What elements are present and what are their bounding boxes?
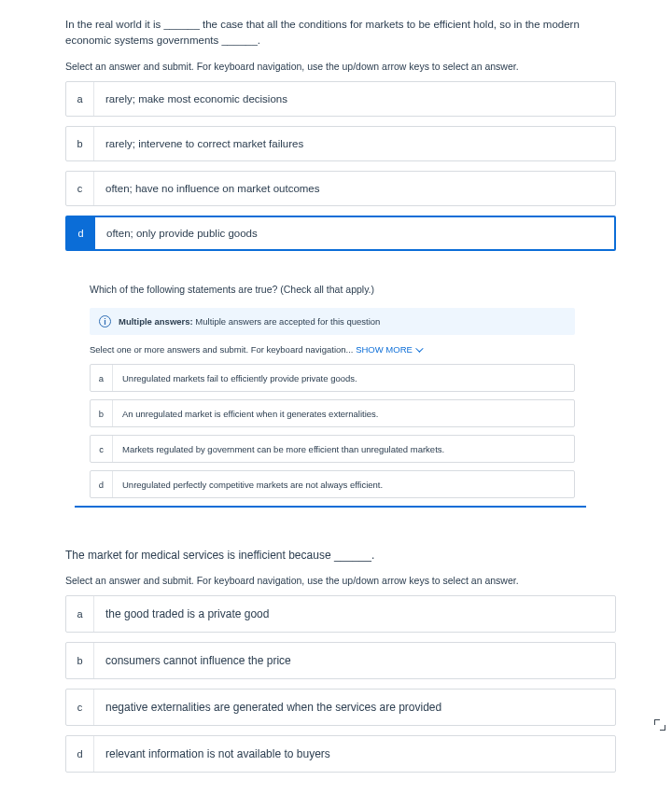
option-letter: c bbox=[66, 690, 94, 725]
option-letter: a bbox=[66, 82, 94, 116]
option-text: consumers cannot influence the price bbox=[94, 643, 615, 678]
option-letter: d bbox=[91, 471, 113, 497]
banner-strong: Multiple answers: bbox=[119, 316, 193, 327]
option-letter: b bbox=[91, 400, 113, 426]
question-2: Which of the following statements are tr… bbox=[90, 283, 575, 508]
option-a[interactable]: a the good traded is a private good bbox=[65, 595, 616, 633]
option-a[interactable]: a rarely; make most economic decisions bbox=[65, 81, 616, 117]
option-b[interactable]: b rarely; intervene to correct market fa… bbox=[65, 126, 616, 161]
chevron-down-icon bbox=[415, 344, 423, 352]
option-text: rarely; intervene to correct market fail… bbox=[94, 127, 615, 160]
option-letter: b bbox=[66, 127, 94, 160]
option-text: relevant information is not available to… bbox=[94, 736, 615, 772]
option-letter: b bbox=[66, 643, 94, 678]
section-divider bbox=[75, 506, 586, 508]
question-instructions: Select an answer and submit. For keyboar… bbox=[65, 575, 616, 586]
option-d[interactable]: d relevant information is not available … bbox=[65, 735, 616, 773]
banner-text: Multiple answers: Multiple answers are a… bbox=[119, 316, 380, 327]
question-instructions: Select one or more answers and submit. F… bbox=[90, 344, 575, 355]
option-c[interactable]: c often; have no influence on market out… bbox=[65, 171, 616, 206]
question-prompt: The market for medical services is ineff… bbox=[65, 547, 616, 564]
option-letter: a bbox=[66, 596, 94, 632]
option-text: negative externalities are generated whe… bbox=[94, 690, 615, 725]
option-b[interactable]: b consumers cannot influence the price bbox=[65, 642, 616, 679]
option-text: An unregulated market is efficient when … bbox=[113, 400, 574, 426]
show-more-label: SHOW MORE bbox=[356, 344, 413, 355]
question-prompt: In the real world it is ______ the case … bbox=[65, 17, 616, 49]
option-text: Unregulated perfectly competitive market… bbox=[113, 471, 574, 497]
banner-rest: Multiple answers are accepted for this q… bbox=[193, 316, 381, 327]
option-text: rarely; make most economic decisions bbox=[94, 82, 615, 116]
option-letter: c bbox=[91, 436, 113, 462]
question-instructions: Select an answer and submit. For keyboar… bbox=[65, 61, 616, 72]
option-b[interactable]: b An unregulated market is efficient whe… bbox=[90, 399, 575, 427]
option-a[interactable]: a Unregulated markets fail to efficientl… bbox=[90, 364, 575, 392]
option-text: Markets regulated by government can be m… bbox=[113, 436, 574, 462]
option-letter: c bbox=[66, 172, 94, 205]
instructions-prefix: Select one or more answers and submit. F… bbox=[90, 344, 356, 355]
question-1: In the real world it is ______ the case … bbox=[65, 17, 616, 251]
info-icon: i bbox=[99, 315, 111, 327]
option-letter: d bbox=[66, 736, 94, 772]
option-d[interactable]: d often; only provide public goods bbox=[65, 216, 616, 251]
option-c[interactable]: c negative externalities are generated w… bbox=[65, 689, 616, 726]
question-prompt: Which of the following statements are tr… bbox=[90, 283, 575, 298]
option-letter: d bbox=[67, 217, 95, 249]
show-more-link[interactable]: SHOW MORE bbox=[356, 344, 421, 355]
option-text: Unregulated markets fail to efficiently … bbox=[113, 365, 574, 391]
option-c[interactable]: c Markets regulated by government can be… bbox=[90, 435, 575, 463]
option-text: the good traded is a private good bbox=[94, 596, 615, 632]
option-d[interactable]: d Unregulated perfectly competitive mark… bbox=[90, 470, 575, 498]
option-letter: a bbox=[91, 365, 113, 391]
question-3: The market for medical services is ineff… bbox=[65, 547, 616, 773]
option-text: often; have no influence on market outco… bbox=[94, 172, 615, 205]
expand-icon bbox=[655, 720, 665, 730]
multiple-answers-banner: i Multiple answers: Multiple answers are… bbox=[90, 308, 575, 335]
option-text: often; only provide public goods bbox=[95, 217, 614, 249]
expand-button[interactable] bbox=[651, 717, 668, 733]
